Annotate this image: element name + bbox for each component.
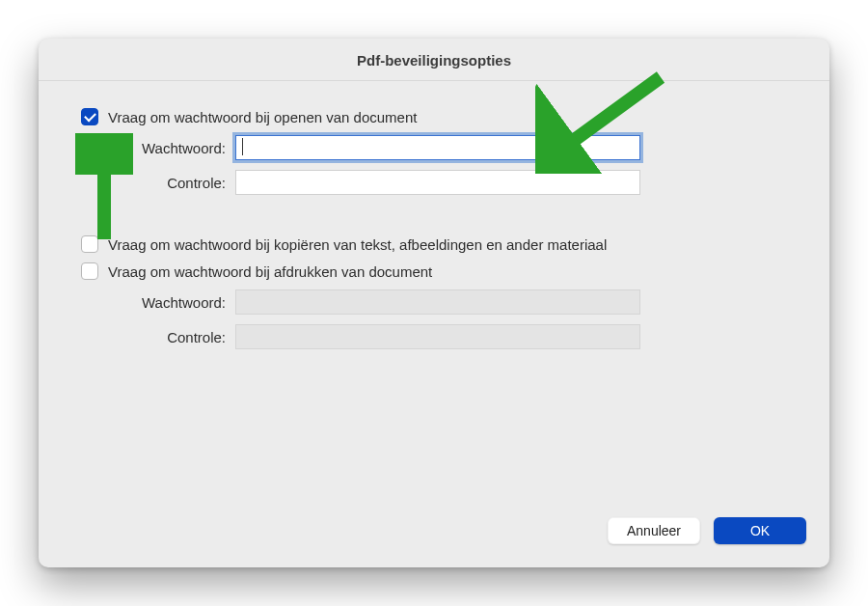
require-print-password-row: Vraag om wachtwoord bij afdrukken van do…: [81, 262, 787, 280]
ok-button[interactable]: OK: [714, 517, 806, 544]
dialog-title: Pdf-beveiligingsopties: [39, 39, 829, 81]
open-password-field-row: Wachtwoord:: [81, 135, 787, 160]
require-copy-password-row: Vraag om wachtwoord bij kopiëren van tek…: [81, 235, 787, 253]
require-print-password-label: Vraag om wachtwoord bij afdrukken van do…: [108, 263, 432, 280]
open-password-label: Wachtwoord:: [81, 140, 235, 156]
require-open-password-checkbox[interactable]: [81, 108, 98, 125]
require-open-password-label: Vraag om wachtwoord bij openen van docum…: [108, 109, 417, 125]
open-password-input[interactable]: [235, 135, 640, 160]
permissions-password-label: Wachtwoord:: [81, 294, 235, 311]
dialog-content: Vraag om wachtwoord bij openen van docum…: [39, 81, 829, 517]
require-open-password-row: Vraag om wachtwoord bij openen van docum…: [81, 108, 787, 125]
permissions-verify-label: Controle:: [81, 329, 235, 345]
open-verify-field-row: Controle:: [81, 170, 787, 195]
permissions-password-field-row: Wachtwoord:: [81, 289, 787, 315]
open-verify-label: Controle:: [81, 175, 235, 191]
permissions-verify-field-row: Controle:: [81, 324, 787, 349]
permissions-password-input[interactable]: [235, 289, 640, 315]
require-copy-password-checkbox[interactable]: [81, 235, 98, 253]
require-print-password-checkbox[interactable]: [81, 262, 98, 280]
dialog-footer: Annuleer OK: [39, 517, 829, 567]
require-copy-password-label: Vraag om wachtwoord bij kopiëren van tek…: [108, 236, 607, 253]
text-cursor-icon: [242, 138, 243, 155]
cancel-button[interactable]: Annuleer: [608, 517, 700, 544]
permissions-verify-input[interactable]: [235, 324, 640, 349]
pdf-security-options-dialog: Pdf-beveiligingsopties Vraag om wachtwoo…: [39, 39, 829, 567]
open-verify-input[interactable]: [235, 170, 640, 195]
